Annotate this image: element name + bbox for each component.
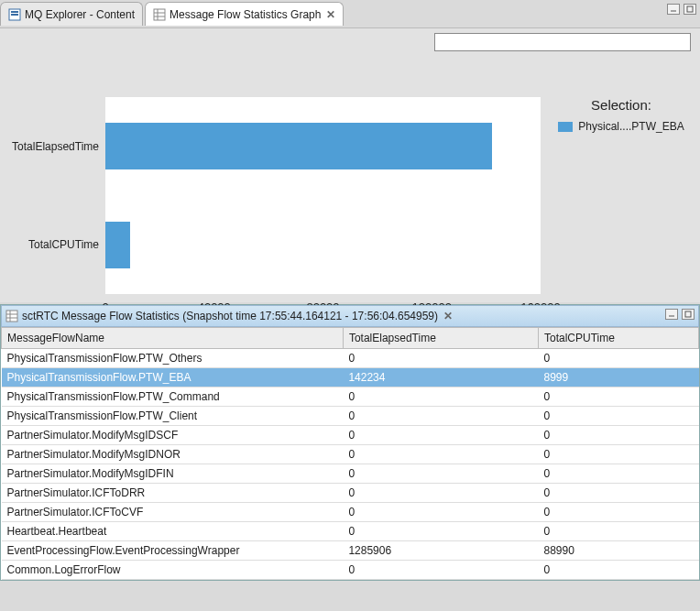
table-cell: 0 xyxy=(343,349,538,368)
table-cell: 0 xyxy=(538,349,698,368)
table-cell: PhysicalTransmissionFlow.PTW_Others xyxy=(2,349,344,368)
table-row[interactable]: PartnerSimulator.ICFToCVF00 xyxy=(2,503,699,522)
tab-mq-explorer[interactable]: MQ Explorer - Content xyxy=(0,2,143,26)
statistics-table-panel: sctRTC Message Flow Statistics (Snapshot… xyxy=(0,304,700,581)
svg-rect-9 xyxy=(6,311,17,322)
table-view-header: sctRTC Message Flow Statistics (Snapshot… xyxy=(1,305,699,327)
table-cell: 0 xyxy=(538,407,698,426)
window-controls xyxy=(665,309,695,320)
chart-panel: 04000080000120000160000 Selection: Physi… xyxy=(0,27,700,302)
tab-label: MQ Explorer - Content xyxy=(25,8,135,21)
table-row[interactable]: PhysicalTransmissionFlow.PTW_Others00 xyxy=(2,349,699,368)
table-cell: PartnerSimulator.ModifyMsgIDNOR xyxy=(2,445,344,464)
table-row[interactable]: PartnerSimulator.ModifyMsgIDFIN00 xyxy=(2,464,699,484)
column-header-cpu[interactable]: TotalCPUTime xyxy=(538,328,698,349)
table-row[interactable]: PartnerSimulator.ModifyMsgIDNOR00 xyxy=(2,445,699,464)
table-cell: 0 xyxy=(538,464,698,484)
svg-rect-8 xyxy=(687,6,693,12)
table-cell: 0 xyxy=(538,387,698,407)
table-cell: PartnerSimulator.ModifyMsgIDFIN xyxy=(2,464,344,484)
maximize-button[interactable] xyxy=(682,309,695,320)
table-cell: 88990 xyxy=(538,541,698,561)
legend-swatch xyxy=(558,122,573,132)
table-cell: 0 xyxy=(343,522,538,541)
table-cell: 0 xyxy=(343,503,538,522)
table-cell: 0 xyxy=(343,484,538,503)
svg-rect-3 xyxy=(154,9,165,20)
column-header-name[interactable]: MessageFlowName xyxy=(2,328,344,349)
table-row[interactable]: PartnerSimulator.ModifyMsgIDSCF00 xyxy=(2,426,699,445)
chart-bar xyxy=(105,222,130,268)
table-row[interactable]: Heartbeat.Heartbeat00 xyxy=(2,522,699,541)
content-icon xyxy=(8,8,21,21)
legend-label: Physical....PTW_EBA xyxy=(578,120,684,133)
maximize-button[interactable] xyxy=(684,4,696,15)
window-controls xyxy=(667,4,696,15)
table-cell: 0 xyxy=(343,464,538,484)
table-cell: 0 xyxy=(538,503,698,522)
table-cell: PhysicalTransmissionFlow.PTW_EBA xyxy=(2,368,344,387)
bar-chart: 04000080000120000160000 xyxy=(105,97,541,294)
svg-rect-2 xyxy=(11,14,18,16)
table-row[interactable]: PhysicalTransmissionFlow.PTW_Client00 xyxy=(2,407,699,426)
table-cell: PhysicalTransmissionFlow.PTW_Client xyxy=(2,407,344,426)
table-header-row: MessageFlowName TotalElapsedTime TotalCP… xyxy=(2,328,699,349)
table-cell: PhysicalTransmissionFlow.PTW_Command xyxy=(2,387,344,407)
table-cell: 142234 xyxy=(343,368,538,387)
table-cell: 1285906 xyxy=(343,541,538,561)
close-icon[interactable]: ✕ xyxy=(443,310,453,322)
table-cell: 0 xyxy=(343,387,538,407)
table-cell: 0 xyxy=(343,426,538,445)
table-row[interactable]: PartnerSimulator.ICFToDRR00 xyxy=(2,484,699,503)
statistics-table[interactable]: MessageFlowName TotalElapsedTime TotalCP… xyxy=(1,327,699,580)
minimize-button[interactable] xyxy=(665,309,678,320)
table-row[interactable]: PhysicalTransmissionFlow.PTW_EBA14223489… xyxy=(2,368,699,387)
chart-y-label: TotalCPUTime xyxy=(0,238,99,251)
table-cell: 0 xyxy=(538,445,698,464)
table-row[interactable]: EventProcessingFlow.EventProcessingWrapp… xyxy=(2,541,699,561)
table-row[interactable]: Common.LogErrorFlow00 xyxy=(2,561,699,580)
svg-rect-1 xyxy=(11,11,18,13)
table-cell: EventProcessingFlow.EventProcessingWrapp… xyxy=(2,541,344,561)
minimize-button[interactable] xyxy=(667,4,680,15)
legend-item: Physical....PTW_EBA xyxy=(557,120,685,133)
tab-message-flow-stats-graph[interactable]: Message Flow Statistics Graph ✕ xyxy=(145,2,344,26)
table-cell: 0 xyxy=(538,522,698,541)
table-cell: PartnerSimulator.ModifyMsgIDSCF xyxy=(2,426,344,445)
chart-area: 04000080000120000160000 Selection: Physi… xyxy=(0,56,693,293)
table-cell: 0 xyxy=(538,426,698,445)
tab-label: Message Flow Statistics Graph xyxy=(170,8,321,21)
table-cell: 0 xyxy=(538,561,698,580)
table-icon xyxy=(153,8,166,21)
chart-legend: Selection: Physical....PTW_EBA xyxy=(557,97,685,133)
chart-y-label: TotalElapsedTime xyxy=(0,140,99,153)
svg-rect-14 xyxy=(685,311,691,317)
table-cell: 8999 xyxy=(538,368,698,387)
column-header-elapsed[interactable]: TotalElapsedTime xyxy=(343,328,538,349)
table-icon xyxy=(5,310,18,322)
close-icon[interactable]: ✕ xyxy=(326,8,335,21)
table-cell: Heartbeat.Heartbeat xyxy=(2,522,344,541)
table-cell: 0 xyxy=(343,445,538,464)
table-cell: Common.LogErrorFlow xyxy=(2,561,344,580)
chart-bar xyxy=(105,123,492,169)
chart-toolbar xyxy=(0,28,700,56)
table-cell: PartnerSimulator.ICFToDRR xyxy=(2,484,344,503)
table-cell: 0 xyxy=(343,407,538,426)
table-cell: 0 xyxy=(343,561,538,580)
editor-tab-bar: MQ Explorer - Content Message Flow Stati… xyxy=(0,0,700,27)
table-view-title: sctRTC Message Flow Statistics (Snapshot… xyxy=(22,310,438,322)
filter-input[interactable] xyxy=(434,33,691,51)
table-cell: PartnerSimulator.ICFToCVF xyxy=(2,503,344,522)
table-row[interactable]: PhysicalTransmissionFlow.PTW_Command00 xyxy=(2,387,699,407)
legend-title: Selection: xyxy=(557,97,685,113)
table-cell: 0 xyxy=(538,484,698,503)
